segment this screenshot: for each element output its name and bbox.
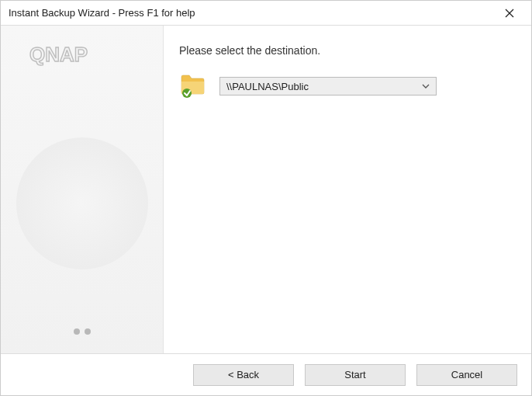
brand-logo: QNAP bbox=[28, 41, 136, 71]
window-title: Instant Backup Wizard - Press F1 for hel… bbox=[9, 7, 494, 19]
brand-text: QNAP bbox=[29, 43, 88, 66]
back-button[interactable]: < Back bbox=[193, 364, 294, 386]
wizard-window: Instant Backup Wizard - Press F1 for hel… bbox=[0, 0, 532, 396]
pager-dot-2 bbox=[85, 328, 91, 335]
sidebar: QNAP bbox=[1, 26, 164, 353]
backup-illustration bbox=[12, 134, 152, 273]
footer: < Back Start Cancel bbox=[1, 353, 531, 395]
cancel-button[interactable]: Cancel bbox=[416, 364, 517, 386]
back-button-label: < Back bbox=[228, 369, 259, 380]
pager bbox=[1, 328, 163, 335]
instruction-text: Please select the destination. bbox=[179, 44, 513, 57]
cancel-button-label: Cancel bbox=[451, 369, 482, 380]
pager-dot-1 bbox=[74, 328, 80, 335]
close-button[interactable] bbox=[494, 2, 525, 24]
close-icon bbox=[505, 9, 514, 18]
titlebar: Instant Backup Wizard - Press F1 for hel… bbox=[1, 1, 531, 26]
chevron-down-icon bbox=[419, 84, 433, 89]
body: QNAP bbox=[1, 26, 531, 353]
destination-dropdown[interactable]: \\PAULNAS\Public bbox=[219, 77, 437, 96]
svg-point-14 bbox=[182, 89, 192, 98]
main-panel: Please select the destination. \\PAULNAS… bbox=[164, 26, 531, 353]
folder-network-icon bbox=[179, 72, 207, 100]
destination-selected: \\PAULNAS\Public bbox=[226, 81, 419, 92]
start-button[interactable]: Start bbox=[305, 364, 406, 386]
destination-row: \\PAULNAS\Public bbox=[179, 72, 513, 100]
start-button-label: Start bbox=[344, 369, 365, 380]
